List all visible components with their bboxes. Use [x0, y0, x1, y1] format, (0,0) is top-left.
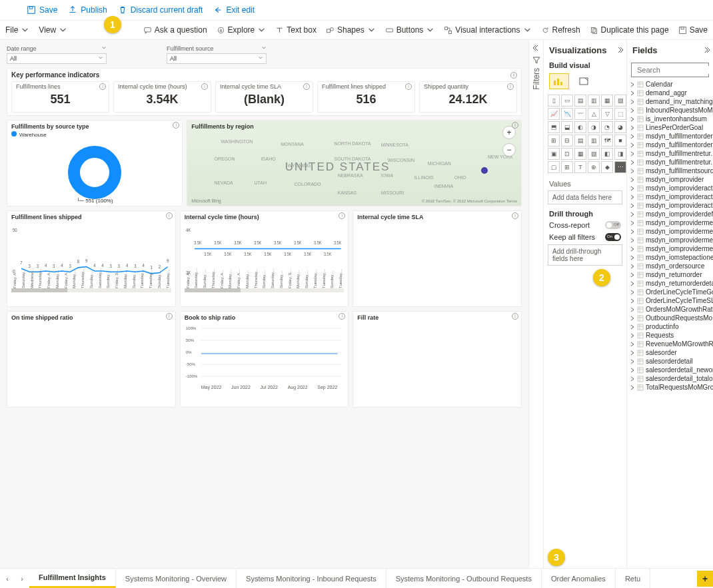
build-visual-tab[interactable] — [549, 73, 569, 89]
kpi-card[interactable]: Fulfillment lines shippedi516 — [317, 81, 415, 113]
viz-type-icon[interactable]: ◔ — [601, 121, 613, 133]
viz-type-icon[interactable]: ⬓ — [561, 121, 573, 133]
field-table[interactable]: LinesPerOrderGoal — [627, 123, 713, 132]
field-table[interactable]: msdyn_iomproviderme... — [627, 227, 713, 236]
slicer-fulfillment-source[interactable]: Fulfillment source All — [167, 45, 267, 64]
field-table[interactable]: salesorderdetail_newor... — [627, 366, 713, 374]
viz-type-icon[interactable]: ▭ — [561, 95, 573, 107]
field-table[interactable]: msdyn_ordersource — [627, 262, 713, 270]
field-table[interactable]: msdyn_fulfillmentretur... — [627, 158, 713, 166]
exit-edit-button[interactable]: Exit edit — [213, 5, 255, 15]
search-input[interactable] — [637, 66, 713, 74]
donut-card[interactable]: Fulfillments by source type i Warehouse … — [7, 120, 183, 206]
tabs-next[interactable]: › — [15, 575, 29, 583]
cross-report-toggle[interactable]: Off — [605, 221, 621, 229]
page-tab[interactable]: Systems Monitoring - Overview — [116, 569, 237, 588]
values-dropzone[interactable]: Add data fields here — [548, 190, 622, 204]
visual-interactions-menu[interactable]: Visual interactions — [444, 25, 531, 35]
field-table[interactable]: msdyn_fulfillmentretur... — [627, 149, 713, 158]
collapse-icon[interactable] — [616, 46, 624, 54]
field-table[interactable]: Calendar — [627, 80, 713, 89]
discard-button[interactable]: Discard current draft — [118, 5, 203, 15]
map-card[interactable]: Fulfillments by region i UNITED STATES W… — [187, 120, 522, 206]
field-table[interactable]: msdyn_iomprovideracti... — [627, 184, 713, 192]
scrollbar[interactable] — [185, 288, 345, 292]
format-visual-tab[interactable] — [574, 73, 594, 89]
viz-type-icon[interactable]: 🗺 — [601, 135, 613, 147]
field-table[interactable]: msdyn_iomstepactione... — [627, 253, 713, 262]
field-table[interactable]: is_inventonhandsum — [627, 115, 713, 123]
field-table[interactable]: msdyn_iomprovideracti... — [627, 192, 713, 201]
field-table[interactable]: RevenueMoMGrowthR... — [627, 340, 713, 348]
field-table[interactable]: msdyn_iomprovideracti... — [627, 201, 713, 210]
field-table[interactable]: OrderLineCycleTimeSLA — [627, 296, 713, 305]
zoom-out-button[interactable]: − — [502, 143, 516, 156]
field-table[interactable]: msdyn_iomproviderdefi... — [627, 210, 713, 218]
viz-type-icon[interactable]: ▦ — [574, 148, 586, 160]
expand-icon[interactable] — [532, 44, 540, 52]
scrollbar[interactable] — [11, 288, 171, 292]
page-tab[interactable]: Systems Monitoring - Outbound Requests — [386, 569, 542, 588]
add-page-button[interactable]: + — [697, 571, 713, 587]
kpi-container[interactable]: Key performance indicatorsi Fulfillments… — [7, 68, 522, 116]
book-to-ship-card[interactable]: Book to ship ratio i 100%50%0%-50%-100% … — [180, 311, 349, 408]
viz-type-icon[interactable]: ▽ — [601, 108, 613, 120]
page-tab[interactable]: Systems Monitoring - Inbound Requests — [237, 569, 386, 588]
field-table[interactable]: msdyn_iomproviderme... — [627, 218, 713, 227]
ask-question-button[interactable]: Ask a question — [143, 25, 207, 35]
save-button[interactable]: Save — [27, 5, 57, 15]
field-table[interactable]: OrderLineCycleTimeGoal — [627, 288, 713, 296]
page-tab[interactable]: Retu — [616, 569, 650, 588]
explore-menu[interactable]: Explore — [217, 25, 267, 35]
viz-type-icon[interactable]: ▯ — [548, 95, 560, 107]
field-table[interactable]: msdyn_fulfillmentorder — [627, 132, 713, 141]
viz-type-icon[interactable]: ▥ — [588, 135, 600, 147]
viz-type-icon[interactable]: △ — [588, 108, 600, 120]
viz-type-icon[interactable]: ▧ — [614, 95, 626, 107]
file-menu[interactable]: File — [5, 25, 29, 35]
viz-type-icon[interactable]: ⊡ — [561, 148, 573, 160]
viz-type-icon[interactable]: ▣ — [548, 148, 560, 160]
tabs-prev[interactable]: ‹ — [0, 575, 15, 583]
viz-type-icon[interactable]: ▤ — [574, 135, 586, 147]
page-tab[interactable]: Fulfillment Insights — [29, 569, 116, 588]
keep-filters-toggle[interactable]: On — [605, 233, 621, 241]
field-table[interactable]: salesorder — [627, 348, 713, 357]
report-canvas[interactable]: Date range All Fulfillment source All Ke… — [0, 40, 528, 568]
textbox-button[interactable]: Text box — [275, 25, 317, 35]
field-table[interactable]: msdyn_returnorder — [627, 270, 713, 279]
buttons-menu[interactable]: Buttons — [385, 25, 435, 35]
cycle-time-card[interactable]: Internal cycle time (hours) i 4K 3K 3.5K… — [180, 210, 349, 307]
viz-type-icon[interactable]: ◐ — [574, 121, 586, 133]
viz-type-icon[interactable]: ⬚ — [614, 108, 626, 120]
publish-button[interactable]: Publish — [68, 5, 107, 15]
field-table[interactable]: salesorderdetail_totalor... — [627, 374, 713, 383]
slicer-date-range[interactable]: Date range All — [7, 45, 107, 64]
viz-type-icon[interactable]: ⬒ — [548, 121, 560, 133]
refresh-button[interactable]: Refresh — [541, 25, 580, 35]
field-table[interactable]: TotalRequestsMoMGro... — [627, 383, 713, 392]
field-table[interactable]: msdyn_returnorderdetail — [627, 279, 713, 288]
fields-search[interactable] — [631, 63, 709, 77]
field-table[interactable]: OrdersMoMGrowthRat... — [627, 305, 713, 314]
cycle-sla-card[interactable]: Internal cycle time SLA i — [353, 210, 522, 307]
viz-type-icon[interactable]: ◆ — [601, 161, 613, 173]
field-table[interactable]: msdyn_iomproviderme... — [627, 244, 713, 253]
viz-type-icon[interactable]: ■ — [614, 135, 626, 147]
viz-type-icon[interactable]: ◧ — [601, 148, 613, 160]
viz-type-icon[interactable]: ⊞ — [561, 161, 573, 173]
save-button-ribbon[interactable]: Save — [678, 25, 708, 35]
field-table[interactable]: Requests — [627, 331, 713, 340]
collapse-icon[interactable] — [702, 46, 710, 54]
viz-type-icon[interactable]: ⊞ — [548, 135, 560, 147]
view-menu[interactable]: View — [39, 25, 67, 35]
viz-type-icon[interactable]: ⊕ — [588, 161, 600, 173]
viz-type-icon[interactable]: 📈 — [548, 108, 560, 120]
field-table[interactable]: demand_inv_matching — [627, 97, 713, 106]
viz-type-icon[interactable]: ▥ — [588, 95, 600, 107]
field-table[interactable]: msdyn_fulfillmentorder... — [627, 141, 713, 149]
field-table[interactable]: salesorderdetail — [627, 357, 713, 366]
on-time-ratio-card[interactable]: On time shipped ratio i — [7, 311, 176, 408]
shapes-menu[interactable]: Shapes — [326, 25, 376, 35]
viz-type-icon[interactable]: ▢ — [548, 161, 560, 173]
